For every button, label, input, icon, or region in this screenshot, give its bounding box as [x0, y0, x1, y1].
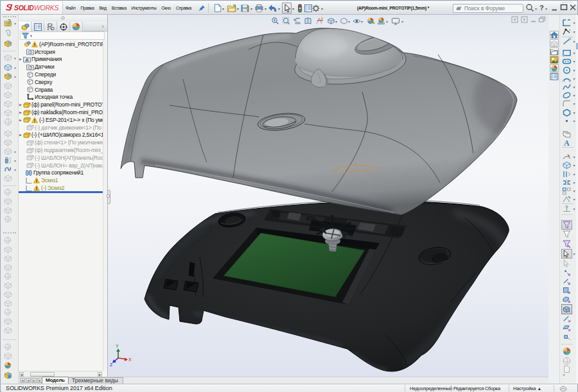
- svg-text:WORKS: WORKS: [34, 4, 58, 12]
- svg-text:SOLID: SOLID: [14, 4, 34, 12]
- svg-text:Y: Y: [116, 344, 119, 348]
- svg-text:A: A: [564, 139, 570, 147]
- svg-text:X: X: [128, 357, 132, 362]
- svg-text:Z: Z: [110, 362, 113, 367]
- svg-text:A: A: [25, 58, 28, 62]
